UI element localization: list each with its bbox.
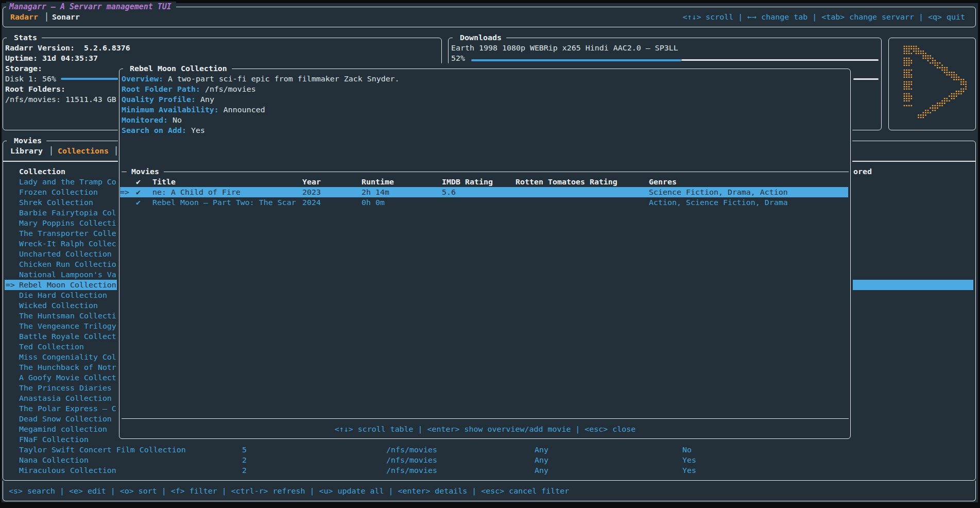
movie-runtime: 0h 0m [362, 197, 385, 208]
popup-keybinds: <↑↓> scroll table | <enter> show overvie… [118, 424, 852, 434]
movie-genres: Action, Science Fiction, Drama [649, 197, 788, 208]
movie-year: 2023 [302, 187, 321, 197]
popup-group: Rebel Moon CollectionOverview:A two-part… [0, 0, 980, 508]
movie-year: 2024 [302, 197, 321, 208]
popup-movies-title: Movies [127, 166, 164, 177]
movie-check: ✔ [136, 187, 141, 197]
popup-title: Rebel Moon Collection [123, 63, 232, 74]
movie-title: Rebel Moon – Part Two: The Scar [152, 197, 296, 208]
terminal-screen: Managarr – A Servarr management TUIRadar… [0, 0, 980, 508]
movie-imdb: 5.6 [442, 187, 456, 197]
selection-marker: => [120, 187, 129, 197]
movie-title: ne: A Child of Fire [152, 187, 240, 197]
movie-check: ✔ [136, 197, 141, 208]
movie-genres: Science Fiction, Drama, Action [649, 187, 788, 197]
movie-runtime: 2h 14m [362, 187, 389, 197]
